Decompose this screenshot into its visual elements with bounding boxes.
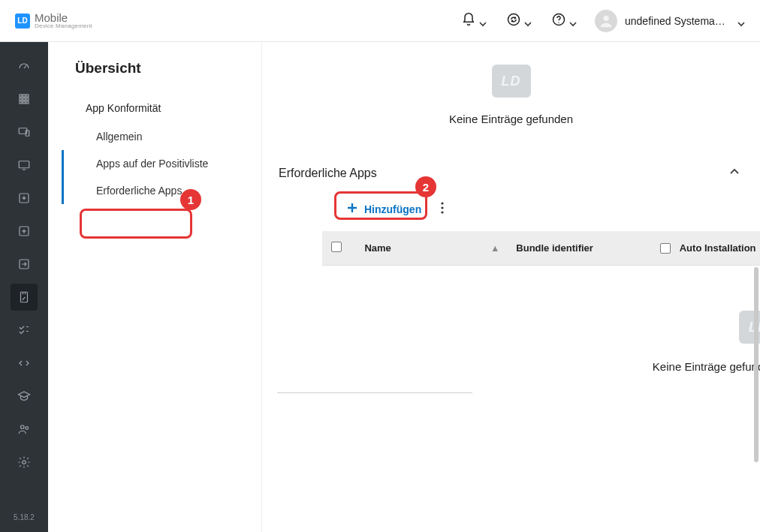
rail-settings[interactable] <box>11 449 38 476</box>
section-title: Erforderliche Apps <box>279 167 377 180</box>
svg-point-23 <box>442 202 444 204</box>
add-button[interactable]: Hinzufügen <box>337 197 430 221</box>
brand-logo: LD <box>15 14 30 29</box>
rail-code[interactable] <box>11 350 38 377</box>
empty-state-lower: LD Keine Einträge gefunden <box>262 266 760 373</box>
sync-icon <box>506 12 521 30</box>
svg-rect-4 <box>20 95 22 97</box>
help-button[interactable] <box>551 12 577 30</box>
placeholder-logo-icon: LD <box>492 65 531 98</box>
rail-checks[interactable] <box>11 317 38 344</box>
chevron-up-icon <box>728 167 740 180</box>
version-label: 5.18.2 <box>14 513 35 521</box>
svg-rect-15 <box>19 161 29 168</box>
add-button-label: Hinzufügen <box>364 203 421 215</box>
svg-rect-10 <box>20 101 22 104</box>
svg-rect-14 <box>26 131 29 137</box>
chevron-down-icon <box>524 17 532 25</box>
svg-point-3 <box>603 15 608 20</box>
svg-rect-9 <box>26 98 29 101</box>
user-menu[interactable]: undefined Systemadmi… <box>595 10 745 32</box>
empty-state-upper: LD Keine Einträge gefunden <box>262 42 760 152</box>
rail-devices[interactable] <box>11 119 38 146</box>
apps-table: Name ▴ Bundle identifier Auto Installati… <box>322 231 760 266</box>
rail-users[interactable] <box>11 416 38 443</box>
rail-import[interactable] <box>11 251 38 278</box>
footer-divider <box>277 392 472 393</box>
svg-point-20 <box>21 425 25 429</box>
select-all-checkbox[interactable] <box>331 242 342 252</box>
nav-rail: 5.18.2 <box>0 42 48 532</box>
tree-item-required-apps[interactable]: Erforderliche Apps <box>48 177 261 204</box>
brand-logo-text: LD <box>17 17 27 25</box>
bell-icon <box>461 12 476 30</box>
annotation-box-1 <box>80 209 192 239</box>
col-name[interactable]: Name <box>364 242 391 254</box>
svg-point-0 <box>508 14 520 25</box>
chevron-down-icon <box>479 17 487 25</box>
empty-text: Keine Einträge gefunden <box>279 360 760 373</box>
svg-rect-11 <box>23 101 26 104</box>
rail-export[interactable] <box>11 218 38 245</box>
svg-rect-8 <box>23 98 26 101</box>
brand-subtitle: Device Management <box>35 23 92 29</box>
user-name: undefined Systemadmi… <box>625 15 730 27</box>
notifications-button[interactable] <box>461 12 487 30</box>
svg-point-24 <box>442 206 444 209</box>
main-content: LD Keine Einträge gefunden Erforderliche… <box>262 42 760 532</box>
rail-apps[interactable] <box>11 86 38 113</box>
selection-indicator <box>62 177 64 204</box>
rail-screen[interactable] <box>11 152 38 179</box>
chevron-down-icon <box>737 17 745 25</box>
avatar <box>595 10 617 32</box>
collapse-section-button[interactable] <box>728 166 740 181</box>
selection-indicator <box>62 150 64 177</box>
svg-point-25 <box>442 211 444 213</box>
sidepanel-title: Übersicht <box>48 60 261 93</box>
svg-rect-6 <box>26 95 29 97</box>
brand: LD Mobile Device Management <box>15 12 92 29</box>
tree-item-required-apps-label: Erforderliche Apps <box>96 185 182 197</box>
col-bundle[interactable]: Bundle identifier <box>516 242 593 254</box>
svg-rect-5 <box>23 95 26 97</box>
topbar: LD Mobile Device Management <box>0 0 760 42</box>
chevron-down-icon <box>569 17 577 25</box>
tree-item-allowlist-label: Apps auf der Positivliste <box>96 158 208 170</box>
svg-point-2 <box>558 22 559 23</box>
sync-button[interactable] <box>506 12 532 30</box>
svg-rect-12 <box>26 101 29 104</box>
svg-rect-19 <box>21 292 28 302</box>
kebab-icon <box>441 203 444 216</box>
auto-install-checkbox[interactable] <box>660 243 671 254</box>
svg-point-21 <box>26 427 29 430</box>
svg-point-22 <box>23 461 26 464</box>
col-auto-install[interactable]: Auto Installation <box>680 243 756 254</box>
tree-group-compliance[interactable]: App Konformität <box>48 93 261 123</box>
tree-item-general[interactable]: Allgemein <box>48 123 261 150</box>
plus-icon <box>346 202 358 216</box>
tree-item-allowlist[interactable]: Apps auf der Positivliste <box>48 150 261 177</box>
svg-rect-7 <box>20 98 22 101</box>
brand-title: Mobile <box>35 12 92 23</box>
side-panel: Übersicht App Konformität Allgemein Apps… <box>48 42 262 532</box>
help-icon <box>551 12 566 30</box>
rail-education[interactable] <box>11 383 38 410</box>
scrollbar[interactable] <box>754 267 758 462</box>
rail-compliance[interactable] <box>11 284 38 311</box>
rail-dashboard[interactable] <box>11 53 38 80</box>
more-actions-button[interactable] <box>438 199 447 220</box>
rail-download[interactable] <box>11 185 38 212</box>
empty-text: Keine Einträge gefunden <box>262 113 760 125</box>
sort-asc-icon: ▴ <box>493 242 498 254</box>
